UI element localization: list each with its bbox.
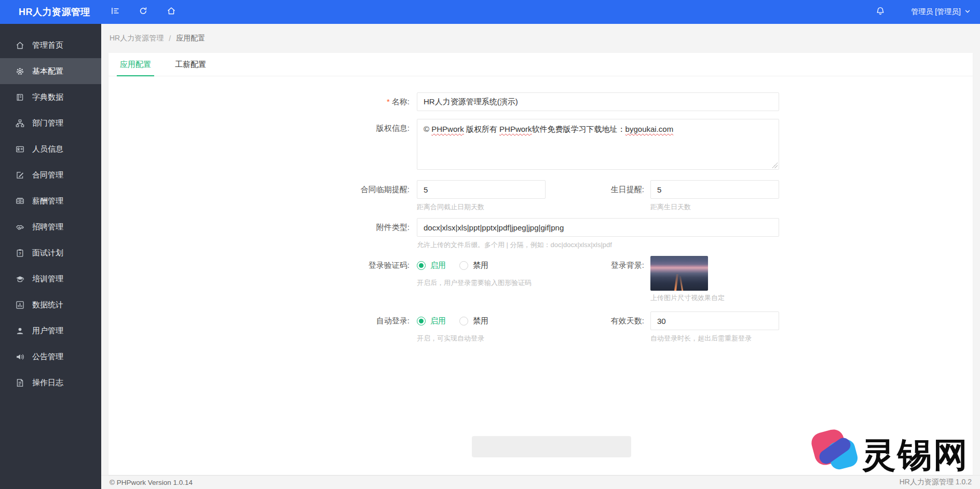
sidebar-item-announcement[interactable]: 公告管理	[0, 344, 101, 370]
breadcrumb: HR人力资源管理 / 应用配置	[101, 24, 980, 53]
form-row-attachment: 附件类型: 允许上传的文件后缀。多个用 | 分隔，例如：doc|docx|xls…	[108, 218, 973, 250]
birthday-remind-input[interactable]	[650, 180, 779, 199]
tab-app-config[interactable]: 应用配置	[117, 53, 154, 76]
app-config-form: *名称: 版权信息: © PHPwork 版权所有 PHPwork软件免费版学习…	[108, 76, 973, 343]
main-content: HR人力资源管理 / 应用配置 应用配置 工薪配置 *名称:	[101, 24, 980, 489]
sidebar-item-department[interactable]: 部门管理	[0, 110, 101, 136]
contract-remind-label: 合同临期提醒:	[108, 180, 417, 199]
radio-unselected-icon	[459, 261, 468, 270]
sidebar: 管理首页 基本配置 字典数据 部门管理 人员信息 合同管理 薪酬管理 招聘管理	[0, 24, 101, 489]
user-menu[interactable]: 管理员 [管理员]	[911, 7, 971, 17]
radio-selected-icon	[417, 261, 426, 270]
watermark-text: 灵锡网	[862, 438, 969, 472]
radio-selected-icon	[417, 317, 426, 325]
misspelled-word: PHPwork	[431, 125, 464, 133]
sidebar-item-users[interactable]: 用户管理	[0, 318, 101, 344]
blurred-save-button[interactable]	[472, 436, 631, 457]
bar-chart-icon	[16, 301, 24, 309]
sidebar-item-logs[interactable]: 操作日志	[0, 370, 101, 396]
sidebar-item-training[interactable]: 培训管理	[0, 266, 101, 292]
bell-icon	[876, 6, 885, 18]
watermark-logo: 灵锡网	[813, 430, 969, 478]
auto-login-disable-radio[interactable]: 禁用	[459, 316, 488, 326]
top-header: HR人力资源管理 管理员 [管理员]	[0, 0, 980, 24]
contract-edit-icon	[16, 171, 24, 180]
birthday-remind-help: 距离生日天数	[650, 202, 779, 212]
config-card: 应用配置 工薪配置 *名称: 版权信息: © PHPwork 版权所有 PHPw…	[108, 53, 973, 475]
svg-text:?: ?	[19, 251, 21, 256]
attachment-input[interactable]	[417, 218, 779, 237]
tab-bar: 应用配置 工薪配置	[108, 53, 973, 76]
misspelled-word: PHPwork	[499, 125, 532, 133]
copyright-label: 版权信息:	[108, 119, 417, 138]
auto-login-help: 开启，可实现自动登录	[417, 334, 546, 343]
sidebar-item-home[interactable]: 管理首页	[0, 32, 101, 58]
auto-login-radio-group: 启用 禁用	[417, 311, 546, 330]
sidebar-item-personnel[interactable]: 人员信息	[0, 136, 101, 162]
refresh-button[interactable]	[129, 0, 157, 24]
captcha-help: 开启后，用户登录需要输入图形验证码	[417, 278, 546, 288]
form-row-copyright: 版权信息: © PHPwork 版权所有 PHPwork软件免费版学习下载地址：…	[108, 119, 973, 170]
breadcrumb-root[interactable]: HR人力资源管理	[110, 34, 164, 43]
auto-login-label: 自动登录:	[108, 311, 417, 330]
sidebar-item-basic-config[interactable]: 基本配置	[0, 58, 101, 84]
home-button[interactable]	[157, 0, 185, 24]
breadcrumb-separator: /	[169, 34, 171, 43]
graduation-cap-icon	[16, 275, 24, 283]
valid-days-label: 有效天数:	[546, 311, 650, 330]
captcha-label: 登录验证码:	[108, 256, 417, 275]
user-name: 管理员 [管理员]	[911, 7, 961, 17]
collapse-sidebar-button[interactable]	[101, 0, 129, 24]
form-row-name: *名称:	[108, 92, 973, 111]
chevron-down-icon	[961, 7, 971, 17]
log-icon	[16, 378, 24, 387]
attachment-help: 允许上传的文件后缀。多个用 | 分隔，例如：doc|docx|xlsx|xls|…	[417, 240, 779, 250]
footer-app-version: HR人力资源管理 1.0.2	[900, 478, 972, 487]
captcha-enable-radio[interactable]: 启用	[417, 261, 446, 270]
money-icon	[16, 197, 24, 206]
gear-icon	[16, 67, 24, 76]
app-root: HR人力资源管理 管理员 [管理员] 管理首页 基本配置	[0, 0, 980, 489]
refresh-icon	[139, 6, 148, 18]
home-icon	[16, 41, 24, 50]
sidebar-item-statistics[interactable]: 数据统计	[0, 292, 101, 318]
handshake-icon	[16, 223, 24, 232]
form-row-reminders: 合同临期提醒: 距离合同截止日期天数 生日提醒: 距离生日天数	[108, 180, 973, 212]
valid-days-input[interactable]	[650, 311, 779, 330]
tab-salary-config[interactable]: 工薪配置	[172, 53, 209, 76]
sidebar-item-salary[interactable]: 薪酬管理	[0, 188, 101, 214]
auto-login-enable-radio[interactable]: 启用	[417, 316, 446, 326]
watermark-logo-icon	[813, 430, 861, 478]
login-background-image[interactable]	[650, 256, 708, 291]
sidebar-item-interview[interactable]: ? 面试计划	[0, 240, 101, 266]
user-icon	[16, 327, 24, 335]
sidebar-item-dictionary[interactable]: 字典数据	[0, 84, 101, 110]
attachment-label: 附件类型:	[108, 218, 417, 237]
city-road-light	[679, 276, 683, 291]
sidebar-item-contract[interactable]: 合同管理	[0, 162, 101, 188]
book-icon	[16, 93, 24, 102]
sidebar-item-recruitment[interactable]: 招聘管理	[0, 214, 101, 240]
textarea-resize-handle[interactable]	[772, 162, 778, 168]
required-asterisk: *	[387, 97, 390, 106]
home-icon	[167, 6, 176, 18]
contract-remind-input[interactable]	[417, 180, 546, 199]
captcha-radio-group: 启用 禁用	[417, 256, 546, 275]
notifications-button[interactable]	[867, 0, 893, 24]
speaker-icon	[16, 352, 24, 361]
form-row-captcha: 登录验证码: 启用 禁用 开启后，用户登录需要输入	[108, 256, 973, 303]
copyright-textarea[interactable]: © PHPwork 版权所有 PHPwork软件免费版学习下载地址：bygouk…	[417, 119, 779, 170]
interview-clipboard-icon: ?	[16, 249, 24, 257]
city-road-light	[674, 274, 678, 291]
breadcrumb-current: 应用配置	[176, 34, 205, 43]
radio-unselected-icon	[459, 317, 468, 325]
name-input[interactable]	[417, 92, 779, 111]
app-logo: HR人力资源管理	[0, 6, 101, 18]
contract-remind-help: 距离合同截止日期天数	[417, 202, 546, 212]
header-right: 管理员 [管理员]	[867, 0, 980, 24]
collapse-icon	[111, 6, 120, 18]
login-bg-label: 登录背景:	[546, 256, 650, 275]
birthday-remind-label: 生日提醒:	[546, 180, 650, 199]
misspelled-word: bygoukai.com	[625, 125, 674, 133]
captcha-disable-radio[interactable]: 禁用	[459, 261, 488, 270]
